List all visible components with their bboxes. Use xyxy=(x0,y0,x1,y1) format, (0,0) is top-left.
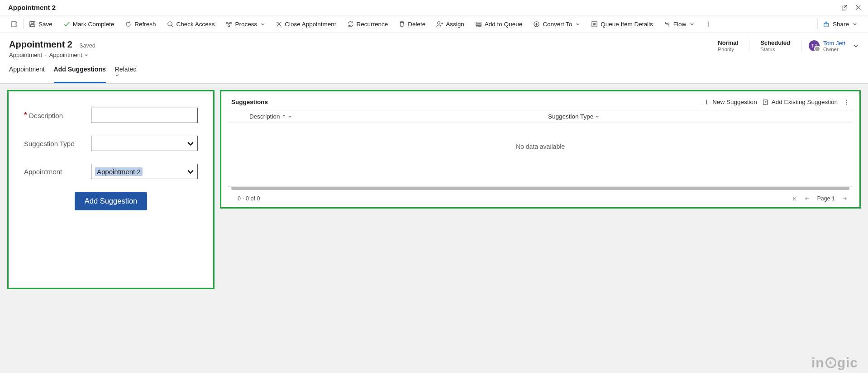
status-field[interactable]: Scheduled Status xyxy=(757,39,794,52)
watermark-logo: in✶gic xyxy=(811,355,858,370)
description-label: Description xyxy=(29,112,63,119)
suggestion-form-panel: * Description Suggestion Type Appointmen… xyxy=(7,90,215,289)
title-bar: Appointment 2 xyxy=(0,0,868,15)
svg-point-21 xyxy=(846,104,847,104)
flow-button[interactable]: Flow xyxy=(658,15,700,33)
chevron-down-icon xyxy=(690,22,694,26)
tab-related[interactable]: Related xyxy=(115,62,138,83)
record-header: Appointment 2 - Saved Appointment · Appo… xyxy=(0,33,868,59)
svg-rect-1 xyxy=(12,21,16,26)
chevron-down-icon xyxy=(261,22,265,26)
svg-rect-18 xyxy=(763,100,767,104)
svg-point-16 xyxy=(708,25,709,26)
command-bar: Save Mark Complete Refresh Check Access … xyxy=(0,15,868,33)
chevron-down-icon xyxy=(853,22,857,26)
suggestion-type-label: Suggestion Type xyxy=(24,140,74,147)
close-appointment-button[interactable]: Close Appointment xyxy=(271,15,341,33)
window-title: Appointment 2 xyxy=(8,4,56,11)
description-input[interactable] xyxy=(91,108,198,123)
pager-next-icon[interactable] xyxy=(841,195,848,202)
svg-point-9 xyxy=(438,21,440,24)
breadcrumb: Appointment · Appointment xyxy=(9,52,95,58)
svg-rect-8 xyxy=(228,25,230,26)
suggestions-grid-panel: Suggestions New Suggestion Add Existing … xyxy=(220,90,861,209)
refresh-button[interactable]: Refresh xyxy=(119,15,161,33)
svg-rect-6 xyxy=(226,22,228,24)
recurrence-button[interactable]: Recurrence xyxy=(342,15,394,33)
record-title: Appointment 2 xyxy=(9,39,72,49)
more-vertical-icon xyxy=(843,99,849,105)
queue-item-details-button[interactable]: Queue Item Details xyxy=(586,15,658,33)
add-to-queue-button[interactable]: Add to Queue xyxy=(470,15,528,33)
chevron-down-icon[interactable] xyxy=(853,43,859,49)
delete-button[interactable]: Delete xyxy=(393,15,431,33)
appointment-label: Appointment xyxy=(24,168,62,176)
close-icon[interactable] xyxy=(854,4,862,11)
svg-point-15 xyxy=(708,24,709,24)
owner-link[interactable]: Tom Jett xyxy=(823,40,845,47)
owner-avatar[interactable]: TJ xyxy=(809,40,820,51)
mark-complete-button[interactable]: Mark Complete xyxy=(58,15,120,33)
saved-indicator: - Saved xyxy=(76,43,95,49)
add-existing-suggestion-button[interactable]: Add Existing Suggestion xyxy=(763,99,838,105)
col-suggestion-type[interactable]: Suggestion Type xyxy=(548,113,599,120)
sort-asc-icon xyxy=(282,114,286,119)
pager-page-label: Page 1 xyxy=(817,195,835,202)
assign-button[interactable]: Assign xyxy=(431,15,470,33)
plus-icon xyxy=(704,99,710,105)
check-access-button[interactable]: Check Access xyxy=(162,15,220,33)
chevron-down-icon xyxy=(84,53,88,57)
svg-point-5 xyxy=(167,21,172,25)
share-button[interactable]: Share xyxy=(818,15,863,33)
svg-point-19 xyxy=(846,100,847,100)
chevron-down-icon xyxy=(288,114,292,119)
pager-first-icon[interactable] xyxy=(792,196,798,202)
grid-title: Suggestions xyxy=(231,99,268,105)
form-selector[interactable]: Appointment xyxy=(49,52,88,58)
horizontal-scrollbar[interactable] xyxy=(231,187,849,190)
svg-point-20 xyxy=(846,101,847,102)
content-area: * Description Suggestion Type Appointmen… xyxy=(0,84,868,373)
more-commands-button[interactable] xyxy=(700,15,717,33)
pager-prev-icon[interactable] xyxy=(804,195,811,202)
svg-rect-3 xyxy=(31,21,34,23)
col-description[interactable]: Description xyxy=(249,113,548,120)
chevron-down-icon xyxy=(115,73,119,77)
svg-rect-10 xyxy=(476,22,481,23)
priority-field[interactable]: Normal Priority xyxy=(714,39,742,52)
chevron-down-icon xyxy=(576,22,580,26)
chevron-down-icon xyxy=(595,114,599,119)
svg-rect-4 xyxy=(31,24,34,27)
suggestion-type-select[interactable] xyxy=(91,136,198,151)
grid-more-button[interactable] xyxy=(843,99,849,105)
chevron-down-icon xyxy=(186,167,195,176)
chevron-down-icon xyxy=(186,139,195,147)
add-existing-icon xyxy=(763,99,769,105)
tab-add-suggestions[interactable]: Add Suggestions xyxy=(54,62,106,83)
convert-to-button[interactable]: Convert To xyxy=(528,15,586,33)
appointment-select[interactable]: Appointment 2 xyxy=(91,164,198,179)
add-suggestion-button[interactable]: Add Suggestion xyxy=(75,192,148,210)
new-suggestion-button[interactable]: New Suggestion xyxy=(704,99,757,105)
grid-record-range: 0 - 0 of 0 xyxy=(238,195,260,202)
form-tabs: Appointment Add Suggestions Related xyxy=(0,59,868,84)
svg-rect-11 xyxy=(476,24,481,25)
svg-point-14 xyxy=(708,21,709,22)
svg-rect-7 xyxy=(230,22,232,24)
save-button[interactable]: Save xyxy=(24,15,58,33)
grid-empty-state: No data available xyxy=(228,123,853,187)
tab-appointment[interactable]: Appointment xyxy=(9,62,45,83)
new-record-button[interactable] xyxy=(5,15,23,33)
process-button[interactable]: Process xyxy=(220,15,271,33)
grid-column-headers: Description Suggestion Type xyxy=(228,110,853,123)
popout-icon[interactable] xyxy=(841,4,848,11)
